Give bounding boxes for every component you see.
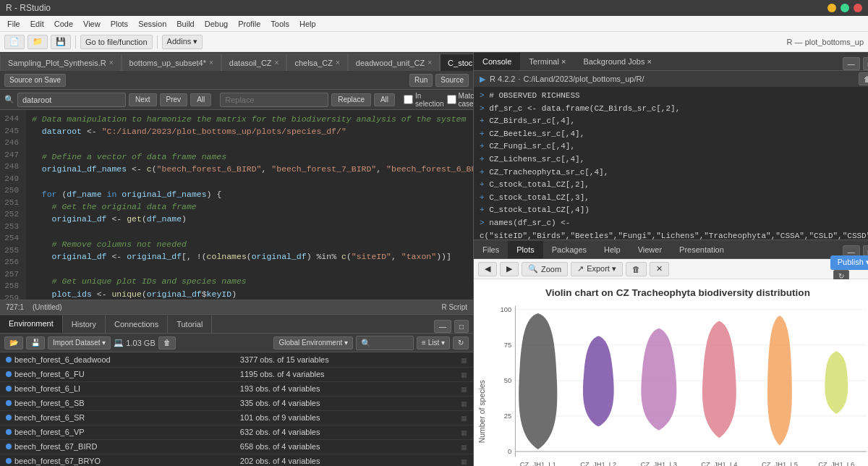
- tab-connections[interactable]: Connections: [106, 315, 168, 333]
- menu-code[interactable]: Code: [50, 18, 77, 30]
- tab-bottoms-up[interactable]: bottoms_up_subset4* ×: [122, 54, 221, 71]
- var-info: 101 obs. of 9 variables: [234, 410, 437, 425]
- save-workspace-button[interactable]: 💾: [26, 336, 45, 350]
- env-row[interactable]: beech_forest_6_VP 632 obs. of 4 variable…: [0, 425, 473, 439]
- expand-button[interactable]: □: [454, 320, 469, 333]
- grid-icon[interactable]: ▦: [461, 458, 467, 465]
- grid-icon[interactable]: ▦: [461, 444, 467, 451]
- tab-packages[interactable]: Packages: [543, 241, 595, 258]
- env-row[interactable]: beech_forest_6_deadwood 3377 obs. of 15 …: [0, 352, 473, 367]
- env-search-input[interactable]: [356, 336, 414, 350]
- export-button[interactable]: ↗ Export ▾: [571, 262, 623, 276]
- code-content[interactable]: # Data manipulation to harmonize the mat…: [26, 110, 473, 300]
- run-button[interactable]: Run: [409, 74, 433, 87]
- menu-edit[interactable]: Edit: [26, 18, 48, 30]
- collapse-button[interactable]: —: [434, 320, 451, 333]
- menu-session[interactable]: Session: [134, 18, 171, 30]
- prev-plot-button[interactable]: ◀: [478, 262, 497, 276]
- all-button[interactable]: All: [190, 93, 211, 106]
- tab-cstock[interactable]: C_stock_tr... ×: [440, 54, 473, 71]
- grid-icon[interactable]: ▦: [461, 371, 467, 378]
- menu-build[interactable]: Build: [172, 18, 198, 30]
- tab-datasoil[interactable]: datasoil_CZ ×: [221, 54, 287, 71]
- menu-plots[interactable]: Plots: [106, 18, 132, 30]
- env-row[interactable]: beech_forest_6_SR 101 obs. of 9 variable…: [0, 410, 473, 425]
- tab-terminal[interactable]: Terminal ×: [520, 53, 574, 70]
- menu-view[interactable]: View: [79, 18, 105, 30]
- close-icon[interactable]: ×: [427, 59, 432, 67]
- close-icon[interactable]: ×: [109, 59, 114, 67]
- open-button[interactable]: 📁: [27, 35, 48, 49]
- env-row[interactable]: beech_forest_6_SB 335 obs. of 4 variable…: [0, 396, 473, 410]
- grid-icon[interactable]: ▦: [461, 386, 467, 393]
- tab-chelsa[interactable]: chelsa_CZ ×: [286, 54, 347, 71]
- addins-button[interactable]: Addins ▾: [162, 35, 203, 49]
- expand-console-button[interactable]: □: [863, 57, 868, 70]
- minimize-button[interactable]: [827, 4, 836, 12]
- menu-tools[interactable]: Tools: [266, 18, 294, 30]
- load-workspace-button[interactable]: 📂: [4, 336, 23, 350]
- maximize-button[interactable]: [841, 4, 849, 12]
- next-plot-button[interactable]: ▶: [500, 262, 519, 276]
- replace-input[interactable]: [220, 93, 328, 107]
- grid-icon[interactable]: ▦: [461, 415, 467, 422]
- env-row[interactable]: beech_forest_67_BRYO 202 obs. of 4 varia…: [0, 454, 473, 466]
- tab-history[interactable]: History: [63, 315, 106, 333]
- menu-help[interactable]: Help: [295, 18, 320, 30]
- menu-file[interactable]: File: [3, 18, 25, 30]
- code-editor[interactable]: 244245246247248 249250251252253 25425525…: [0, 110, 473, 300]
- import-dataset-button[interactable]: Import Dataset ▾: [48, 336, 111, 350]
- env-row[interactable]: beech_forest_67_BIRD 658 obs. of 4 varia…: [0, 439, 473, 454]
- tab-deadwood[interactable]: deadwood_unit_CZ ×: [348, 54, 440, 71]
- tab-viewer[interactable]: Viewer: [629, 241, 671, 258]
- source-button[interactable]: Source: [435, 74, 469, 87]
- tab-files[interactable]: Files: [474, 241, 508, 258]
- tab-tutorial[interactable]: Tutorial: [168, 315, 212, 333]
- source-on-save-button[interactable]: Source on Save: [4, 74, 66, 87]
- tab-background-jobs[interactable]: Background Jobs ×: [574, 53, 660, 70]
- close-button[interactable]: [854, 4, 862, 12]
- dot-icon: [6, 400, 12, 406]
- console-line: > names(df_sr_c) <- c("siteID","Birds","…: [480, 217, 868, 240]
- tab-console[interactable]: Console: [474, 53, 520, 70]
- env-row[interactable]: beech_forest_6_LI 193 obs. of 4 variable…: [0, 381, 473, 396]
- refresh-env-button[interactable]: ↻: [453, 336, 469, 350]
- console-content[interactable]: > # OBSERVED RICHNESS > df_sr_c <- data.…: [474, 87, 868, 240]
- clear-console-button[interactable]: 🗑: [859, 72, 868, 85]
- clear-plots-button[interactable]: ✕: [650, 262, 669, 276]
- global-env-button[interactable]: Global Environment ▾: [273, 336, 353, 350]
- tab-environment[interactable]: Environment: [0, 315, 63, 333]
- prev-button[interactable]: Prev: [160, 93, 188, 106]
- close-icon[interactable]: ×: [336, 59, 340, 67]
- publish-button[interactable]: Publish ▾: [830, 255, 868, 270]
- delete-plot-button[interactable]: 🗑: [626, 262, 647, 276]
- grid-icon[interactable]: ▦: [461, 429, 467, 436]
- menu-profile[interactable]: Profile: [234, 18, 265, 30]
- zoom-button[interactable]: 🔍 Zoom: [522, 262, 568, 276]
- in-selection-check[interactable]: In selection: [404, 92, 443, 108]
- memory-usage: 💻 1.03 GB: [114, 338, 155, 347]
- tab-help[interactable]: Help: [595, 241, 629, 258]
- env-row[interactable]: beech_forest_6_FU 1195 obs. of 4 variabl…: [0, 367, 473, 381]
- violin-6: [825, 351, 848, 414]
- dot-icon: [6, 357, 12, 363]
- save-button[interactable]: 💾: [51, 35, 71, 49]
- find-input[interactable]: [17, 93, 126, 107]
- replace-all-button[interactable]: All: [374, 93, 395, 106]
- new-file-button[interactable]: 📄: [4, 35, 25, 49]
- close-icon[interactable]: ×: [275, 59, 279, 67]
- grid-icon[interactable]: ▦: [461, 400, 467, 407]
- tab-plots[interactable]: Plots: [508, 241, 542, 258]
- close-icon[interactable]: ×: [209, 59, 213, 67]
- grid-icon[interactable]: ▦: [461, 357, 467, 364]
- next-button[interactable]: Next: [129, 93, 157, 106]
- replace-button[interactable]: Replace: [331, 93, 371, 106]
- go-to-file-button[interactable]: Go to file/function: [80, 35, 153, 49]
- status-right: R Script: [441, 303, 467, 311]
- collapse-console-button[interactable]: —: [843, 57, 860, 70]
- list-view-button[interactable]: ≡ List ▾: [417, 336, 450, 350]
- clear-env-button[interactable]: 🗑: [158, 336, 176, 350]
- tab-presentation[interactable]: Presentation: [671, 241, 733, 258]
- tab-sampling-plot[interactable]: Sampling_Plot_Synthesis.R ×: [0, 54, 122, 71]
- menu-debug[interactable]: Debug: [200, 18, 232, 30]
